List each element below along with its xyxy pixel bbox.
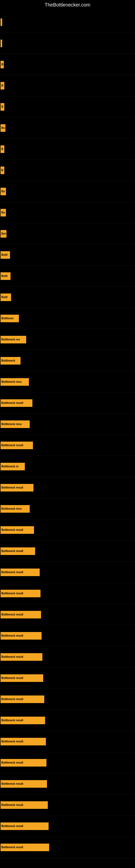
bar-label: Bottleneck result — [1, 844, 49, 851]
bar-row: Bot — [0, 223, 135, 244]
bar-row: Bottl — [0, 266, 135, 287]
bar-row: Bottleneck result — [0, 816, 135, 837]
bar-label: Bottleneck result — [1, 526, 34, 534]
bar-row: Bottleneck result — [0, 710, 135, 731]
bar-row — [0, 33, 135, 54]
bar-label: Bottleneck result — [1, 484, 34, 492]
bar-label: Bottleneck result — [1, 399, 32, 407]
bar-label: Bottleneck result — [1, 632, 42, 640]
bar-row: Bottleneck result — [0, 393, 135, 414]
bar-label: Bottleneck result — [1, 442, 33, 449]
bar-row: Bottleneck result — [0, 477, 135, 498]
bar-label — [1, 40, 2, 47]
bar-label: Bottl — [1, 251, 10, 259]
bar-row: Bottl — [0, 287, 135, 308]
page-wrapper: TheBottlenecker.com BBBBoBBBoBoBotBottlB… — [0, 0, 135, 858]
bar-row: Bo — [0, 181, 135, 202]
bar-row: Bottleneck — [0, 350, 135, 371]
bar-label: Bo — [1, 209, 6, 216]
bar-row: Bo — [0, 118, 135, 138]
bar-label: B — [1, 166, 4, 174]
bar-row: Bottlenec — [0, 308, 135, 329]
bar-label: B — [1, 61, 4, 68]
bar-label: Bottleneck res — [1, 336, 26, 343]
bar-row: Bottleneck result — [0, 540, 135, 562]
bar-label: Bottlenec — [1, 315, 19, 322]
bar-label: Bottleneck resu — [1, 378, 29, 386]
bar-label: B — [1, 82, 4, 90]
bar-label: B — [1, 145, 4, 153]
bar-row: Bottleneck result — [0, 583, 135, 604]
bar-row: Bottleneck resu — [0, 498, 135, 520]
bar-label: Bottleneck result — [1, 759, 46, 767]
bar-row: B — [0, 96, 135, 118]
bar-label: Bo — [1, 124, 5, 132]
bar-label: Bottleneck re — [1, 463, 25, 470]
bar-row — [0, 12, 135, 33]
bar-row: Bottleneck result — [0, 795, 135, 816]
bar-label: Bottleneck result — [1, 611, 41, 618]
bar-row: Bo — [0, 202, 135, 223]
bar-label: Bottleneck result — [1, 780, 47, 788]
bar-row: Bottleneck result — [0, 731, 135, 752]
bar-row: B — [0, 160, 135, 181]
bar-row: B — [0, 54, 135, 75]
bar-row: Bottleneck re — [0, 456, 135, 477]
bar-label: Bottleneck result — [1, 717, 45, 724]
bar-label: Bottleneck result — [1, 823, 49, 830]
bar-row: Bottleneck res — [0, 329, 135, 350]
bar-row: Bottleneck result — [0, 646, 135, 668]
bar-row: B — [0, 75, 135, 96]
bar-row: Bottleneck result — [0, 435, 135, 456]
bar-row: B — [0, 138, 135, 160]
bar-label: Bottleneck resu — [1, 505, 30, 513]
bar-label: Bottl — [1, 293, 11, 301]
bar-label: Bottleneck resu — [1, 421, 30, 428]
bar-row: Bottleneck result — [0, 562, 135, 583]
bar-label — [1, 19, 2, 26]
bar-row: Bottleneck result — [0, 837, 135, 858]
bar-row: Bottleneck result — [0, 625, 135, 646]
bar-label: Bottleneck result — [1, 653, 42, 661]
bar-label: Bottleneck result — [1, 674, 43, 682]
bar-row: Bottleneck result — [0, 520, 135, 540]
bar-label: Bot — [1, 230, 6, 238]
bar-row: Bottleneck result — [0, 773, 135, 795]
bar-label: B — [1, 103, 4, 111]
bar-label: Bottleneck result — [1, 547, 35, 555]
site-title: TheBottlenecker.com — [0, 0, 135, 9]
bar-label: Bottleneck result — [1, 590, 41, 597]
bar-row: Bottl — [0, 244, 135, 266]
bar-row: Bottleneck result — [0, 604, 135, 625]
bar-label: Bottleneck result — [1, 738, 46, 745]
bar-label: Bottleneck result — [1, 568, 40, 576]
bar-label: Bo — [1, 188, 6, 195]
bar-label: Bottleneck result — [1, 801, 48, 809]
bar-row: Bottleneck resu — [0, 414, 135, 435]
bar-label: Bottleneck result — [1, 695, 44, 703]
bars-section: BBBBoBBBoBoBotBottlBottlBottlBottlenecBo… — [0, 9, 135, 858]
bar-row: Bottleneck result — [0, 689, 135, 710]
bar-label: Bottl — [1, 272, 10, 280]
bar-label: Bottleneck — [1, 357, 20, 365]
bar-row: Bottleneck resu — [0, 371, 135, 393]
bar-row: Bottleneck result — [0, 752, 135, 773]
bar-row: Bottleneck result — [0, 668, 135, 689]
